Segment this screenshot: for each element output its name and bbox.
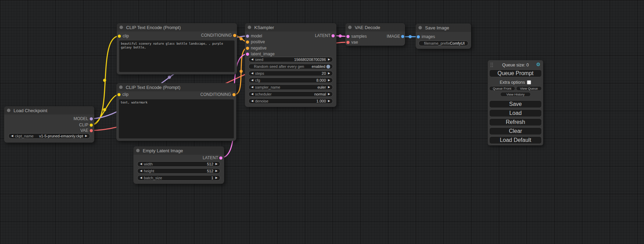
input-label: vae [351,40,358,45]
increment-arrow-icon[interactable]: ▶ [215,168,218,174]
widget-height[interactable]: ◀ height 512 ▶ [137,168,220,174]
load-default-button[interactable]: Load Default [489,136,542,144]
load-button[interactable]: Load [489,109,542,117]
widget-batch-size[interactable]: ◀ batch_size 1 ▶ [137,175,220,181]
output-dot-vae[interactable] [90,129,93,132]
collapse-dot-icon[interactable] [7,109,10,112]
decrement-arrow-icon[interactable]: ◀ [251,57,253,62]
input-dot-clip[interactable] [117,93,121,96]
widget-seed[interactable]: ◀ seed 156680208700286 ▶ [248,57,333,62]
node-ksampler[interactable]: KSampler model positive negative latent_… [245,23,336,107]
collapse-dot-icon[interactable] [120,26,123,29]
collapse-dot-icon[interactable] [136,149,140,152]
decrement-arrow-icon[interactable]: ◀ [11,133,13,139]
widget-random-seed-toggle[interactable]: Random seed after every gen enabled [248,64,333,69]
output-dot-latent[interactable] [332,34,335,37]
node-clip-text-encode-negative[interactable]: CLIP Text Encode (Prompt) clip CONDITION… [116,83,236,141]
node-save-image[interactable]: Save Image images filename_prefix ComfyU… [416,24,471,49]
decrement-arrow-icon[interactable]: ◀ [251,84,253,90]
output-dot-clip[interactable] [90,124,93,127]
node-title-bar[interactable]: VAE Decode [345,23,405,31]
settings-gear-icon[interactable]: ⚙ [536,62,540,67]
queue-menu-panel: Queue size: 0 ⚙ Queue Prompt Extra optio… [488,60,543,145]
node-vae-decode[interactable]: VAE Decode samples vae IMAGE [345,23,405,46]
increment-arrow-icon[interactable]: ▶ [328,71,330,76]
refresh-button[interactable]: Refresh [489,118,542,126]
node-title-bar[interactable]: Empty Latent Image [133,146,224,155]
output-dot-model[interactable] [90,117,93,120]
increment-arrow-icon[interactable]: ▶ [328,84,330,90]
input-label: images [422,34,435,39]
widget-scheduler[interactable]: ◀ scheduler normal ▶ [248,91,333,97]
decrement-arrow-icon[interactable]: ◀ [251,98,253,104]
node-clip-text-encode-positive[interactable]: CLIP Text Encode (Prompt) clip CONDITION… [117,23,237,74]
collapse-dot-icon[interactable] [348,26,352,29]
widget-sampler-name[interactable]: ◀ sampler_name euler ▶ [248,84,333,90]
increment-arrow-icon[interactable]: ▶ [328,98,330,104]
prompt-text-area[interactable]: beautiful scenery nature glass bottle la… [119,40,235,72]
collapse-dot-icon[interactable] [248,26,251,29]
node-title-bar[interactable]: Load Checkpoint [4,106,94,115]
node-title-bar[interactable]: KSampler [245,23,336,31]
output-dot-conditioning[interactable] [232,93,236,96]
increment-arrow-icon[interactable]: ▶ [328,91,330,97]
decrement-arrow-icon[interactable]: ◀ [251,91,253,97]
input-dot-positive[interactable] [246,40,249,44]
input-dot-latent-image[interactable] [246,53,249,56]
increment-arrow-icon[interactable]: ▶ [85,133,87,139]
queue-prompt-button[interactable]: Queue Prompt [489,70,542,77]
input-label: clip [122,92,129,97]
increment-arrow-icon[interactable]: ▶ [328,78,330,83]
input-dot-clip[interactable] [118,35,121,38]
output-dot-conditioning[interactable] [233,34,236,37]
graph-canvas[interactable]: { "colors": { "model": "#B39DDB", "clip"… [0,0,644,244]
output-dot-image[interactable] [401,35,404,38]
node-title-label: Empty Latent Image [143,148,183,153]
input-slot-clip: clip [116,92,129,97]
decrement-arrow-icon[interactable]: ◀ [140,175,142,181]
widget-denoise[interactable]: ◀ denoise 1.000 ▶ [248,98,333,104]
input-dot-samples[interactable] [346,35,350,38]
widget-value: 8.000 [316,78,326,82]
node-empty-latent-image[interactable]: Empty Latent Image LATENT ◀ width 512 ▶ … [133,146,224,184]
input-slot-clip: clip [117,33,129,39]
view-queue-button[interactable]: View Queue [516,86,542,91]
increment-arrow-icon[interactable]: ▶ [328,57,330,62]
increment-arrow-icon[interactable]: ▶ [215,175,218,181]
input-label: positive [251,39,265,44]
extra-options-checkbox[interactable] [527,80,531,84]
collapse-dot-icon[interactable] [418,26,422,29]
decrement-arrow-icon[interactable]: ◀ [140,168,142,174]
drag-handle-icon[interactable] [490,62,493,67]
decrement-arrow-icon[interactable]: ◀ [251,78,253,83]
increment-arrow-icon[interactable]: ▶ [215,161,218,167]
widget-ckpt-name[interactable]: ◀ ckpt_name v1-5-pruned-emaonly.ckpt ▶ [8,133,90,139]
widget-steps[interactable]: ◀ steps 20 ▶ [248,71,333,76]
node-load-checkpoint[interactable]: Load Checkpoint MODEL CLIP VAE ◀ ckpt_na… [4,106,94,143]
widget-label: filename_prefix [424,41,450,45]
input-dot-images[interactable] [417,35,420,38]
collapse-dot-icon[interactable] [119,85,123,89]
node-title-bar[interactable]: CLIP Text Encode (Prompt) [116,83,236,91]
toggle-dot-icon[interactable] [326,65,330,69]
queue-front-button[interactable]: Queue Front [489,86,515,91]
widget-label: Random seed after every gen [254,64,304,69]
node-title-bar[interactable]: CLIP Text Encode (Prompt) [117,23,237,31]
clear-button[interactable]: Clear [489,127,542,135]
wire-midpoint-dot [103,108,106,111]
decrement-arrow-icon[interactable]: ◀ [251,71,253,76]
widget-cfg[interactable]: ◀ cfg 8.000 ▶ [248,78,333,83]
input-dot-negative[interactable] [246,47,249,50]
widget-label: seed [255,57,263,62]
widget-filename-prefix[interactable]: filename_prefix ComfyUI [418,40,468,46]
decrement-arrow-icon[interactable]: ◀ [140,161,142,167]
prompt-text-area[interactable]: text, watermark [119,99,234,138]
save-button[interactable]: Save [489,100,542,108]
output-dot-latent[interactable] [219,156,222,160]
widget-width[interactable]: ◀ width 512 ▶ [137,161,220,167]
input-dot-vae[interactable] [346,41,350,44]
input-dot-model[interactable] [246,35,249,38]
widget-label: ckpt_name [15,134,34,138]
view-history-button[interactable]: View History [500,92,531,97]
node-title-bar[interactable]: Save Image [416,24,471,32]
